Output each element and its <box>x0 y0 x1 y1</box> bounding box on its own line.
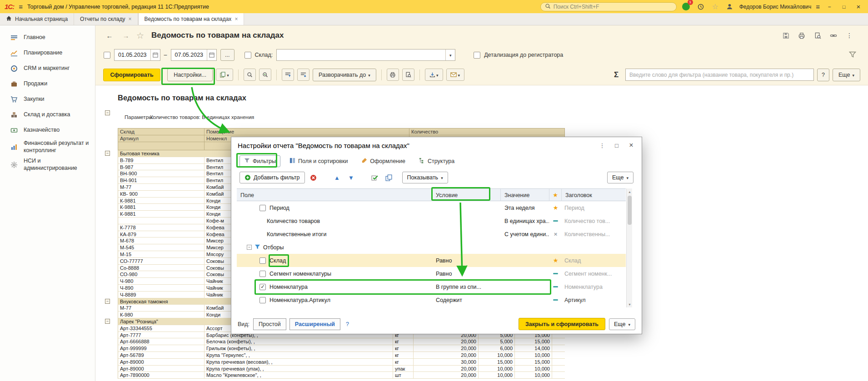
view-advanced-button[interactable]: Расширенный <box>289 318 340 330</box>
history-icon[interactable] <box>696 2 706 12</box>
dialog-tab-appearance[interactable]: Оформление <box>357 155 410 167</box>
filter-checkbox[interactable] <box>259 205 266 211</box>
expand-to-button[interactable]: Разворачивать до <box>313 69 376 81</box>
filter-row[interactable]: Количественные итогиС учетом едини...Кол… <box>237 228 626 241</box>
more-button[interactable]: Еще <box>833 69 860 81</box>
collapse-toggle[interactable] <box>105 151 110 156</box>
global-search[interactable] <box>540 2 677 11</box>
tab-close-icon[interactable] <box>234 16 238 22</box>
back-button[interactable]: ← <box>104 30 115 41</box>
move-down-button[interactable]: ▼ <box>346 172 357 183</box>
filter-group-row[interactable]: Отборы <box>237 241 626 254</box>
combo-dropdown-icon[interactable] <box>445 49 455 60</box>
print-button[interactable] <box>387 69 399 81</box>
dialog-scrollbar[interactable]: ▲ ▼ <box>626 188 632 307</box>
tab-close-icon[interactable] <box>129 16 132 22</box>
collapse-groups-button[interactable] <box>282 69 294 81</box>
collapse-toggle[interactable] <box>247 245 252 250</box>
apply-check-button[interactable] <box>369 172 380 183</box>
window-minimize-button[interactable] <box>824 2 834 11</box>
warehouse-input[interactable] <box>277 49 445 60</box>
tab-warehouse-reports[interactable]: Отчеты по складу <box>74 13 138 25</box>
dialog-maximize-icon[interactable] <box>613 141 621 149</box>
collapse-toggle[interactable] <box>105 110 110 115</box>
scroll-thumb[interactable] <box>628 196 632 225</box>
window-maximize-button[interactable] <box>839 2 849 11</box>
detail-checkbox[interactable] <box>474 52 480 59</box>
favorites-icon[interactable] <box>710 2 720 12</box>
filter-row[interactable]: СкладРавноСклад <box>237 254 626 267</box>
dialog-titlebar[interactable]: Настройки отчета "Ведомость по товарам н… <box>231 137 642 153</box>
help-button[interactable]: ? <box>817 69 829 81</box>
window-close-button[interactable] <box>853 2 863 11</box>
warehouse-checkbox[interactable] <box>244 52 251 59</box>
save-icon[interactable] <box>782 31 790 40</box>
copy-settings-button[interactable] <box>384 172 394 183</box>
sidebar-item-main[interactable]: Главное <box>0 30 95 45</box>
user-icon[interactable] <box>725 2 735 12</box>
filter-checkbox[interactable] <box>259 297 266 303</box>
sidebar-item-nsi[interactable]: НСИ и администрирование <box>0 156 95 173</box>
find-next-button[interactable] <box>259 69 271 81</box>
dialog-tab-filters[interactable]: Фильтры <box>239 155 280 167</box>
find-button[interactable] <box>244 69 256 81</box>
filter-row[interactable]: Сегмент номенклатурыРавноСегмент номенк.… <box>237 267 626 280</box>
tab-home[interactable]: Начальная страница <box>0 13 74 25</box>
more-icon[interactable]: ⋮ <box>845 31 853 40</box>
view-simple-button[interactable]: Простой <box>253 318 286 330</box>
link-icon[interactable] <box>829 31 838 40</box>
scroll-down-icon[interactable]: ▼ <box>627 301 633 307</box>
dialog-more-button[interactable]: Еще <box>607 172 634 183</box>
collapse-toggle[interactable] <box>105 319 110 324</box>
service-menu-icon[interactable]: ≡ <box>816 3 820 10</box>
dialog-close-icon[interactable] <box>627 141 635 149</box>
user-name[interactable]: Федоров Борис Михайлович <box>739 4 812 10</box>
tab-vedomost[interactable]: Ведомость по товарам на складах <box>138 13 244 25</box>
dialog-help-button[interactable]: ? <box>346 321 349 327</box>
filter-checkbox[interactable] <box>259 271 266 277</box>
report-variants-button[interactable] <box>216 69 233 81</box>
filter-row[interactable]: НоменклатураВ группе из спи...Номенклату… <box>237 280 626 293</box>
filter-funnel-icon[interactable] <box>849 51 856 59</box>
favorite-star-icon[interactable] <box>136 30 144 41</box>
save-file-button[interactable] <box>425 69 443 81</box>
close-and-generate-button[interactable]: Закрыть и сформировать <box>519 318 605 330</box>
show-button[interactable]: Показывать <box>402 172 448 183</box>
filter-row[interactable]: Количество товаровВ единицах хра...Колич… <box>237 214 626 228</box>
search-input[interactable] <box>554 4 672 10</box>
preview-icon[interactable] <box>813 31 822 40</box>
filter-row[interactable]: ПериодЭта неделяПериод <box>237 201 626 214</box>
scroll-up-icon[interactable]: ▲ <box>627 188 633 195</box>
dialog-more-icon[interactable] <box>598 141 606 149</box>
quick-filter-input[interactable] <box>625 69 814 81</box>
print-preview-button[interactable] <box>402 69 414 81</box>
sidebar-item-planning[interactable]: Планирование <box>0 45 95 61</box>
dialog-footer-more-button[interactable]: Еще <box>609 318 635 330</box>
sidebar-item-purchases[interactable]: Закупки <box>0 92 95 107</box>
expand-groups-button[interactable] <box>297 69 309 81</box>
notifications-icon[interactable]: 1 <box>681 2 691 12</box>
sidebar-item-finance[interactable]: Финансовый результат и контроллинг <box>0 138 95 156</box>
dialog-tab-fields[interactable]: Поля и сортировки <box>285 155 352 167</box>
generate-button[interactable]: Сформировать <box>103 69 160 81</box>
period-to-input[interactable]: 07.05.2023 <box>171 49 217 61</box>
sidebar-item-crm[interactable]: CRM и маркетинг <box>0 61 95 76</box>
forward-button[interactable]: → <box>120 30 132 41</box>
sidebar-item-sales[interactable]: Продажи <box>0 76 95 92</box>
calendar-icon[interactable] <box>207 49 216 60</box>
delete-filter-button[interactable] <box>308 172 319 183</box>
calendar-icon[interactable] <box>150 49 160 60</box>
filter-checkbox[interactable] <box>259 284 266 290</box>
period-from-input[interactable]: 01.05.2023 <box>114 49 160 61</box>
move-up-button[interactable]: ▲ <box>332 172 343 183</box>
send-mail-button[interactable] <box>446 69 464 81</box>
settings-button[interactable]: Настройки... <box>167 69 213 81</box>
add-filter-button[interactable]: Добавить фильтр <box>239 172 305 183</box>
collapse-toggle[interactable] <box>105 299 110 304</box>
period-more-button[interactable]: ... <box>220 49 234 61</box>
filter-row[interactable]: Номенклатура.АртикулСодержитАртикул <box>237 293 626 307</box>
sidebar-item-warehouse[interactable]: Склад и доставка <box>0 107 95 123</box>
filter-checkbox[interactable] <box>259 257 266 264</box>
sidebar-item-treasury[interactable]: Казначейство <box>0 123 95 138</box>
warehouse-combo-input[interactable] <box>276 49 455 61</box>
